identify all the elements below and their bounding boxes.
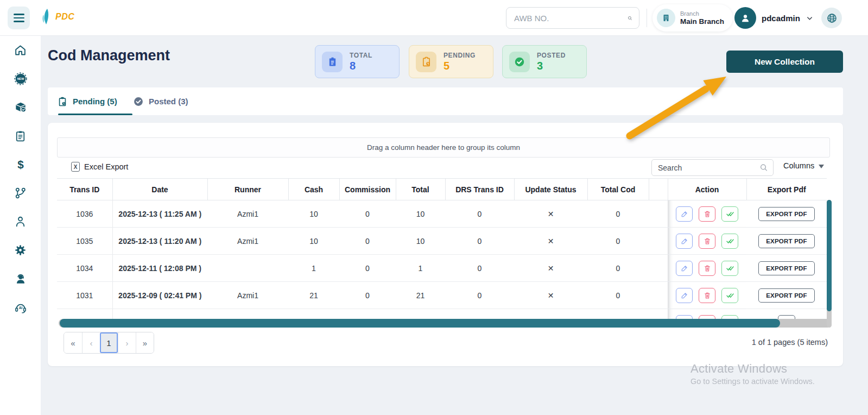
column-chooser-button[interactable]: Columns [783, 161, 824, 170]
horizontal-scrollbar-thumb[interactable] [60, 319, 780, 328]
column-header-total[interactable]: Total [396, 179, 445, 200]
cod-table: Trans ID Date Runner Cash Commission Tot… [57, 178, 827, 319]
prev-page-button[interactable]: ‹ [82, 332, 100, 353]
user-menu[interactable]: pdcadmin [734, 7, 814, 29]
tab-posted[interactable]: Posted (3) [133, 87, 188, 115]
sidebar-item-home[interactable] [0, 36, 41, 65]
sidebar-item-new[interactable]: NEW [0, 65, 41, 93]
search-icon[interactable] [628, 12, 632, 24]
column-header-spacer [649, 179, 668, 200]
column-header-update-status[interactable]: Update Status [514, 179, 587, 200]
excel-export-button[interactable]: X Excel Export [71, 162, 128, 172]
vertical-scrollbar-thumb[interactable] [827, 200, 832, 311]
cell-drs-trans-id: 0 [445, 282, 514, 309]
cell-cash: 1 [288, 255, 339, 282]
table-row: 1036 2025-12-13 ( 11:25 AM ) Azmi1 10 0 … [57, 200, 827, 228]
column-header-runner[interactable]: Runner [207, 179, 288, 200]
cell-runner: Azmi1 [207, 200, 288, 228]
cell-commission: 0 [339, 282, 396, 309]
cell-export-pdf: EXPORT PDF [746, 282, 827, 309]
cell-date: 2025-12-11 ( 12:08 PM ) [112, 255, 207, 282]
cell-total: 1 [396, 255, 445, 282]
pagination: « ‹ 1 › » [64, 332, 154, 354]
table-row: 1035 2025-12-13 ( 11:20 AM ) Azmi1 10 0 … [57, 228, 827, 255]
app-logo[interactable]: PDC [40, 8, 74, 26]
column-header-trans-id[interactable]: Trans ID [57, 179, 112, 200]
approve-button[interactable] [721, 206, 738, 222]
clipboard-icon [322, 52, 343, 72]
watermark-line2: Go to Settings to activate Windows. [690, 377, 815, 386]
delete-button[interactable] [699, 234, 715, 249]
tab-label: Pending (5) [73, 97, 117, 106]
cell-total: 10 [396, 200, 445, 228]
first-page-button[interactable]: « [64, 332, 82, 353]
check-circle-icon [509, 52, 530, 72]
settings-gear-icon [14, 243, 27, 257]
cell-total: 21 [396, 282, 445, 309]
delete-button[interactable] [699, 261, 715, 276]
svg-text:NEW: NEW [17, 77, 24, 80]
group-by-drop-zone[interactable]: Drag a column header here to group its c… [57, 137, 830, 158]
stat-card-total: TOTAL 8 [315, 45, 400, 78]
awb-search-box [506, 7, 639, 29]
edit-button[interactable] [676, 206, 693, 222]
clipboard-clock-icon [416, 52, 436, 72]
support-agent-icon [14, 272, 28, 286]
column-header-date[interactable]: Date [112, 179, 207, 200]
approve-button[interactable] [721, 261, 738, 276]
page-number-button[interactable]: 1 [100, 332, 118, 353]
column-header-export-pdf: Export Pdf [746, 179, 827, 200]
column-header-commission[interactable]: Commission [339, 179, 396, 200]
table-search-input[interactable] [652, 164, 759, 172]
table-row: 1034 2025-12-11 ( 12:08 PM ) 1 0 1 0 ✕ 0 [57, 255, 827, 282]
sidebar-item-shipments[interactable] [0, 93, 41, 122]
clipboard-icon [14, 129, 27, 143]
sidebar-item-users[interactable] [0, 208, 41, 236]
hamburger-menu-button[interactable] [8, 7, 30, 29]
cell-commission: 0 [339, 255, 396, 282]
table-header-row: Trans ID Date Runner Cash Commission Tot… [57, 179, 827, 200]
sidebar-item-routes[interactable] [0, 179, 41, 208]
sidebar-item-settings[interactable] [0, 236, 41, 265]
export-pdf-button[interactable]: EXPORT PDF [758, 288, 814, 303]
sidebar-item-ai[interactable]: AI [0, 293, 41, 322]
stat-label: POSTED [537, 52, 566, 59]
active-tab-underline [58, 114, 132, 116]
language-globe-button[interactable] [821, 8, 842, 28]
sidebar-item-manifest[interactable] [0, 122, 41, 150]
top-header: PDC Branch M [0, 0, 868, 36]
cell-runner: Azmi1 [207, 228, 288, 255]
sidebar-item-cod[interactable]: $ [0, 150, 41, 179]
last-page-button[interactable]: » [136, 332, 154, 353]
tab-bar: Pending (5) Posted (3) [48, 87, 843, 115]
next-page-button[interactable]: › [118, 332, 136, 353]
export-pdf-button[interactable]: EXPORT PDF [758, 261, 814, 275]
cell-total-cod: 0 [587, 255, 649, 282]
delete-button[interactable] [699, 206, 715, 222]
user-avatar [734, 7, 756, 29]
column-header-total-cod[interactable]: Total Cod [587, 179, 649, 200]
approve-button[interactable] [721, 288, 738, 303]
tab-label: Posted (3) [149, 97, 188, 106]
search-icon[interactable] [759, 163, 768, 172]
branch-selector[interactable]: Branch Main Branch [652, 4, 733, 32]
awb-search-input[interactable] [506, 14, 628, 23]
delete-button[interactable] [699, 288, 715, 303]
stat-label: TOTAL [350, 52, 372, 59]
sidebar-item-support[interactable] [0, 265, 41, 293]
tab-pending[interactable]: Pending (5) [57, 87, 117, 115]
approve-button[interactable] [721, 234, 738, 249]
cell-runner [207, 255, 288, 282]
edit-button[interactable] [676, 261, 693, 276]
column-header-cash[interactable]: Cash [288, 179, 339, 200]
export-pdf-button[interactable]: EXPORT PDF [758, 207, 814, 221]
cell-total: 10 [396, 228, 445, 255]
export-pdf-button[interactable]: EXPORT PDF [758, 234, 814, 248]
table-row: 1031 2025-12-09 ( 02:41 PM ) Azmi1 21 0 … [57, 282, 827, 309]
edit-button[interactable] [676, 234, 693, 249]
cell-trans-id: 1036 [57, 200, 112, 228]
new-collection-button[interactable]: New Collection [726, 51, 843, 73]
column-header-drs-trans-id[interactable]: DRS Trans ID [445, 179, 514, 200]
edit-button[interactable] [676, 288, 693, 303]
table-toolbar: X Excel Export Columns [57, 158, 830, 178]
